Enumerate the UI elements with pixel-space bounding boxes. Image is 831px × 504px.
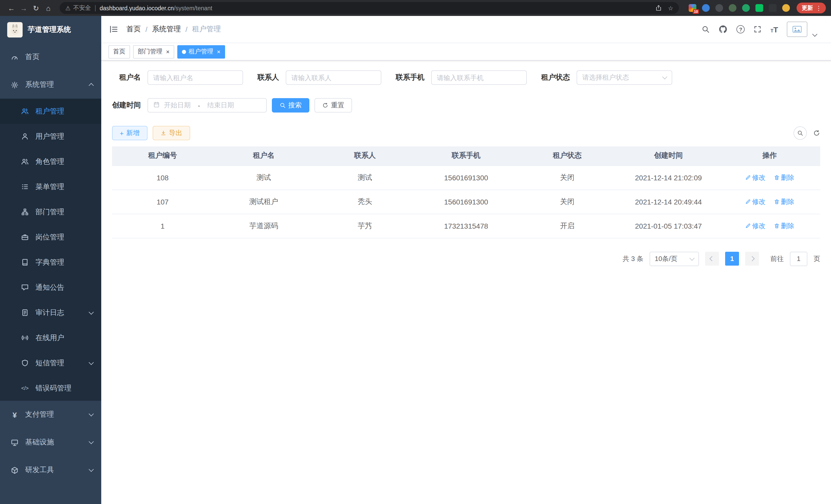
edit-link[interactable]: 修改 [745,221,766,230]
toggle-search-button[interactable] [794,126,807,140]
sidebar-item-error-code[interactable]: </> 错误码管理 [0,376,101,401]
tab-dept[interactable]: 部门管理 × [133,45,174,58]
extension-icon-green-circle[interactable] [742,4,750,12]
sidebar: 芋道管理系统 首页 系统管理 租户管 [0,16,101,504]
refresh-table-button[interactable] [813,129,820,137]
breadcrumb-system[interactable]: 系统管理 [152,25,181,34]
tab-tenant[interactable]: 租户管理 × [177,45,225,58]
sidebar-item-label: 短信管理 [35,358,64,367]
sidebar-item-dev-tools[interactable]: 研发工具 [0,456,101,484]
sidebar-item-post[interactable]: 岗位管理 [0,225,101,250]
tab-label: 首页 [113,47,125,56]
browser-forward-button[interactable]: → [18,2,30,14]
reset-button-label: 重置 [331,101,344,110]
reset-button[interactable]: 重置 [315,98,352,113]
tenant-status-select[interactable]: 请选择租户状态 [577,70,672,85]
edit-link[interactable]: 修改 [745,197,766,206]
create-time-range-picker[interactable]: 开始日期 - 结束日期 [147,98,267,113]
sidebar-item-tenant[interactable]: 租户管理 [0,99,101,124]
tenant-table: 租户编号 租户名 联系人 联系手机 租户状态 创建时间 操作 108 测试 [112,146,820,238]
sidebar-item-online-user[interactable]: 在线用户 [0,325,101,350]
sidebar-item-label: 系统管理 [25,80,54,89]
tab-close-icon[interactable]: × [166,49,170,55]
table-row: 108 测试 测试 15601691300 关闭 2021-12-14 21:0… [112,166,820,189]
sidebar-item-dict[interactable]: 字典管理 [0,250,101,275]
chevron-down-icon [89,439,94,444]
share-icon[interactable] [655,5,662,11]
search-button[interactable]: 搜索 [272,98,309,113]
sidebar-item-pay[interactable]: ¥ 支付管理 [0,401,101,428]
browser-reload-button[interactable]: ↻ [30,2,42,14]
header-search-icon[interactable] [702,25,710,33]
extension-icon-olive[interactable] [728,4,737,12]
help-icon[interactable]: ? [737,25,745,33]
sidebar-item-infra[interactable]: 基础设施 [0,428,101,456]
security-chip[interactable]: ⚠ 不安全 [65,4,91,12]
add-button[interactable]: + 新增 [112,126,147,140]
extension-icon-chat[interactable] [755,4,764,12]
sidebar-item-role[interactable]: 角色管理 [0,149,101,174]
sidebar-logo[interactable]: 芋道管理系统 [0,16,101,43]
sidebar-item-user[interactable]: 用户管理 [0,124,101,149]
sidebar-item-menu[interactable]: 菜单管理 [0,174,101,199]
font-size-icon[interactable]: TT [771,25,778,33]
breadcrumb-home[interactable]: 首页 [126,25,141,34]
next-page-button[interactable] [745,252,759,266]
page-number-1[interactable]: 1 [725,252,739,266]
cell-phone: 17321315478 [416,214,517,238]
tenant-name-input[interactable] [147,70,243,85]
sidebar-toggle-icon[interactable] [109,25,118,34]
edit-link[interactable]: 修改 [745,173,766,182]
extension-icon-grid[interactable]: 10 [688,4,697,12]
browser-menu-kebab-icon[interactable]: ⋮ [815,4,822,11]
start-date-placeholder: 开始日期 [164,101,191,110]
sidebar-item-sms[interactable]: 短信管理 [0,350,101,376]
tab-close-icon[interactable]: × [217,49,221,55]
select-placeholder: 请选择租户状态 [582,73,629,82]
tenant-status-label: 租户状态 [541,73,570,82]
goto-label: 前往 [770,254,784,263]
contact-phone-input[interactable] [431,70,527,85]
sidebar-item-label: 基础设施 [25,438,54,447]
sidebar-item-dept[interactable]: 部门管理 [0,199,101,225]
tab-label: 租户管理 [189,47,213,56]
delete-link[interactable]: 删除 [774,197,794,206]
avatar[interactable] [787,22,807,37]
sidebar-item-audit-log[interactable]: 审计日志 [0,300,101,325]
goto-page-input[interactable] [790,251,807,266]
prev-page-button[interactable] [705,252,719,266]
chevron-down-icon [89,309,94,315]
browser-update-button[interactable]: 更新 ⋮ [797,3,826,13]
extensions-strip: 10 [688,4,791,12]
export-button[interactable]: 导出 [152,126,190,140]
contact-input[interactable] [286,70,381,85]
extension-icon-yellow[interactable] [782,4,791,12]
sidebar-item-notice[interactable]: 通知公告 [0,275,101,300]
delete-link[interactable]: 删除 [774,221,794,230]
extension-icon-dark[interactable] [715,4,724,12]
browser-back-button[interactable]: ← [5,2,18,14]
page-size-select[interactable]: 10条/页 [650,251,699,266]
end-date-placeholder: 结束日期 [207,101,234,110]
extension-icon-pin[interactable] [701,4,710,12]
table-header-row: 租户编号 租户名 联系人 联系手机 租户状态 创建时间 操作 [112,146,820,166]
page-suffix-label: 页 [813,254,820,263]
extension-icon-puzzle[interactable] [768,4,777,12]
sidebar-item-system[interactable]: 系统管理 [0,71,101,99]
sidebar-item-home[interactable]: 首页 [0,43,101,71]
fullscreen-icon[interactable] [754,25,762,33]
bookmark-star-icon[interactable]: ☆ [668,4,673,11]
address-bar[interactable]: ⚠ 不安全 dashboard.yudao.iocoder.cn/system/… [60,2,679,14]
yen-icon: ¥ [10,410,19,419]
delete-link[interactable]: 删除 [774,173,794,182]
gear-icon [10,81,19,89]
cell-actions: 修改 删除 [719,189,820,214]
chevron-down-icon [89,467,94,472]
avatar-caret-icon[interactable] [812,32,818,37]
active-tab-dot [182,50,186,54]
browser-home-button[interactable]: ⌂ [42,2,55,14]
cell-tenant-name: 芋道源码 [213,214,315,238]
broadcast-icon [21,334,29,342]
tab-home[interactable]: 首页 [109,45,130,58]
github-icon[interactable] [719,25,728,34]
